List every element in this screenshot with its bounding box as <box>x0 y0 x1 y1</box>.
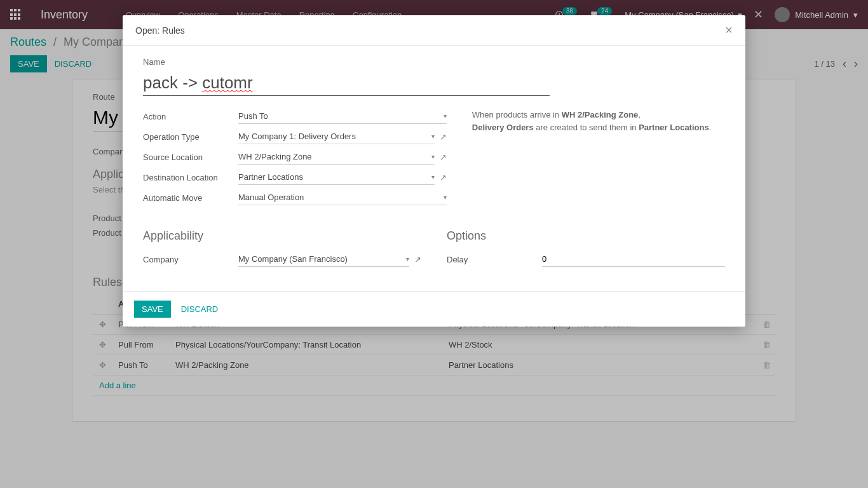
external-link-icon[interactable]: ↗ <box>440 132 447 142</box>
operation-type-label: Operation Type <box>143 132 238 142</box>
delay-input[interactable] <box>542 252 725 267</box>
action-label: Action <box>143 112 238 121</box>
source-location-select[interactable]: WH 2/Packing Zone▾ <box>238 149 435 165</box>
automatic-move-label: Automatic Move <box>143 193 238 203</box>
destination-location-label: Destination Location <box>143 173 238 182</box>
options-heading: Options <box>447 229 725 243</box>
company-label: Company <box>143 255 238 264</box>
chevron-down-icon: ▾ <box>444 194 447 201</box>
chevron-down-icon: ▾ <box>431 133 435 140</box>
external-link-icon[interactable]: ↗ <box>440 173 447 182</box>
company-select[interactable]: My Company (San Francisco)▾ <box>238 252 409 267</box>
modal-save-button[interactable]: SAVE <box>134 301 171 318</box>
modal-body: Name pack -> cutomr Action Push To▾ Oper… <box>123 46 745 291</box>
applicability-heading: Applicability <box>143 229 421 243</box>
modal-footer: SAVE DISCARD <box>123 291 745 327</box>
applicability-section: Applicability Company My Company (San Fr… <box>143 229 421 272</box>
modal-overlay[interactable]: Open: Rules × Name pack -> cutomr Action… <box>0 0 868 488</box>
chevron-down-icon: ▾ <box>431 153 435 160</box>
action-select[interactable]: Push To▾ <box>238 109 447 124</box>
modal-close-button[interactable]: × <box>725 23 733 37</box>
rules-modal: Open: Rules × Name pack -> cutomr Action… <box>123 15 745 327</box>
external-link-icon[interactable]: ↗ <box>414 255 421 264</box>
modal-header: Open: Rules × <box>123 15 745 46</box>
name-input[interactable]: pack -> cutomr <box>143 69 550 96</box>
external-link-icon[interactable]: ↗ <box>440 152 447 162</box>
chevron-down-icon: ▾ <box>444 112 447 119</box>
delay-label: Delay <box>447 255 542 264</box>
destination-location-select[interactable]: Partner Locations▾ <box>238 170 435 185</box>
rule-description: When products arrive in WH 2/Packing Zon… <box>472 109 725 210</box>
chevron-down-icon: ▾ <box>431 173 435 180</box>
chevron-down-icon: ▾ <box>406 255 409 262</box>
operation-type-select[interactable]: My Company 1: Delivery Orders▾ <box>238 129 435 144</box>
name-label: Name <box>143 57 725 67</box>
automatic-move-select[interactable]: Manual Operation▾ <box>238 190 447 205</box>
modal-left-col: Action Push To▾ Operation Type My Compan… <box>143 109 447 210</box>
source-location-label: Source Location <box>143 152 238 162</box>
modal-discard-button[interactable]: DISCARD <box>173 301 226 318</box>
options-section: Options Delay <box>447 229 725 272</box>
modal-title: Open: Rules <box>135 25 185 36</box>
